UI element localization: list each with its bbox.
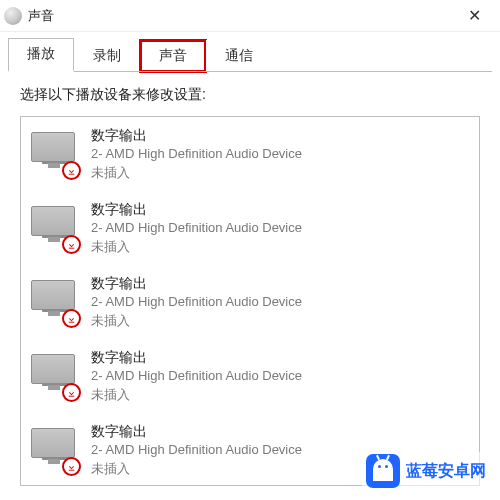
device-text: 数字输出2- AMD High Definition Audio Device未…: [91, 199, 302, 257]
sound-window-icon: [4, 7, 22, 25]
unplugged-icon: [62, 309, 81, 328]
device-subtitle: 2- AMD High Definition Audio Device: [91, 293, 302, 312]
device-status: 未插入: [91, 386, 302, 405]
watermark-text: 蓝莓安卓网: [406, 461, 486, 482]
tab-3[interactable]: 通信: [206, 40, 272, 72]
device-text: 数字输出2- AMD High Definition Audio Device未…: [91, 347, 302, 405]
device-icon: [31, 206, 79, 250]
device-name: 数字输出: [91, 273, 302, 293]
android-icon: [366, 454, 400, 488]
device-name: 数字输出: [91, 199, 302, 219]
device-status: 未插入: [91, 238, 302, 257]
device-name: 数字输出: [91, 421, 302, 441]
close-icon: ✕: [468, 6, 481, 25]
device-item[interactable]: 数字输出2- AMD High Definition Audio Device未…: [21, 339, 479, 413]
device-item[interactable]: 数字输出2- AMD High Definition Audio Device未…: [21, 117, 479, 191]
svg-rect-4: [69, 470, 75, 471]
device-status: 未插入: [91, 460, 302, 479]
close-button[interactable]: ✕: [452, 1, 496, 31]
device-subtitle: 2- AMD High Definition Audio Device: [91, 219, 302, 238]
tab-row: 播放录制声音通信: [0, 32, 500, 72]
tab-divider: [8, 71, 492, 72]
unplugged-icon: [62, 161, 81, 180]
unplugged-icon: [62, 383, 81, 402]
tab-0[interactable]: 播放: [8, 38, 74, 72]
device-status: 未插入: [91, 164, 302, 183]
device-text: 数字输出2- AMD High Definition Audio Device未…: [91, 273, 302, 331]
tab-2[interactable]: 声音: [140, 40, 206, 72]
device-icon: [31, 354, 79, 398]
device-subtitle: 2- AMD High Definition Audio Device: [91, 367, 302, 386]
device-list[interactable]: 数字输出2- AMD High Definition Audio Device未…: [20, 116, 480, 486]
device-item[interactable]: 数字输出2- AMD High Definition Audio Device未…: [21, 265, 479, 339]
device-name: 数字输出: [91, 347, 302, 367]
unplugged-icon: [62, 235, 81, 254]
instruction-text: 选择以下播放设备来修改设置:: [20, 86, 480, 104]
device-icon: [31, 428, 79, 472]
device-status: 未插入: [91, 312, 302, 331]
svg-rect-0: [69, 174, 75, 175]
svg-rect-3: [69, 396, 75, 397]
monitor-icon: [31, 132, 75, 162]
device-subtitle: 2- AMD High Definition Audio Device: [91, 145, 302, 164]
monitor-icon: [31, 206, 75, 236]
svg-rect-1: [69, 248, 75, 249]
device-text: 数字输出2- AMD High Definition Audio Device未…: [91, 125, 302, 183]
monitor-icon: [31, 428, 75, 458]
device-item[interactable]: 数字输出2- AMD High Definition Audio Device未…: [21, 191, 479, 265]
titlebar: 声音 ✕: [0, 0, 500, 32]
content-area: 选择以下播放设备来修改设置: 数字输出2- AMD High Definitio…: [0, 72, 500, 486]
svg-rect-2: [69, 322, 75, 323]
tab-1[interactable]: 录制: [74, 40, 140, 72]
monitor-icon: [31, 354, 75, 384]
unplugged-icon: [62, 457, 81, 476]
device-text: 数字输出2- AMD High Definition Audio Device未…: [91, 421, 302, 479]
device-name: 数字输出: [91, 125, 302, 145]
device-icon: [31, 280, 79, 324]
device-subtitle: 2- AMD High Definition Audio Device: [91, 441, 302, 460]
monitor-icon: [31, 280, 75, 310]
device-icon: [31, 132, 79, 176]
watermark: 蓝莓安卓网: [362, 452, 490, 490]
window-title: 声音: [28, 7, 452, 25]
